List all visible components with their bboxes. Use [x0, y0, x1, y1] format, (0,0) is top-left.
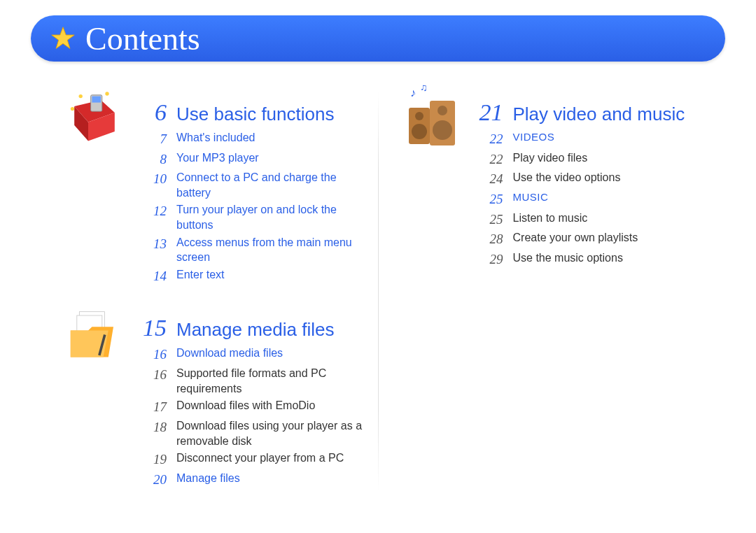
entry-text: Manage files — [176, 471, 364, 486]
svg-point-16 — [412, 124, 427, 139]
section-page-number: 6 — [136, 99, 167, 126]
entry-page: 10 — [136, 170, 167, 188]
entry-page: 18 — [136, 418, 167, 436]
right-column: ♪ ♫ 21 Play video and music 22 VID — [379, 84, 715, 505]
toc-entry[interactable]: 29 Use the music options — [472, 250, 701, 269]
entry-page: 17 — [136, 398, 167, 416]
entry-text: Play video files — [513, 150, 701, 166]
toc-entry[interactable]: 10 Connect to a PC and charge the batter… — [136, 170, 364, 200]
toc-entry[interactable]: 24 Use the video options — [472, 170, 701, 188]
toc-subheading[interactable]: 22 VIDEOS — [472, 130, 701, 148]
toc-entry[interactable]: 13 Access menus from the main menu scree… — [136, 235, 364, 265]
entry-text: Use the music options — [513, 250, 701, 266]
toc-entry[interactable]: 7 What's included — [136, 130, 364, 148]
toc-entry[interactable]: 8 Your MP3 player — [136, 150, 364, 169]
gift-box-icon — [56, 84, 133, 154]
header-bar: Contents — [31, 15, 725, 62]
svg-point-19 — [433, 120, 452, 140]
star-icon — [49, 24, 77, 52]
svg-point-15 — [415, 112, 424, 120]
entry-page: 22 — [472, 130, 503, 148]
toc-entry[interactable]: 17 Download files with EmoDio — [136, 398, 364, 416]
toc-entry[interactable]: 18 Download files using your player as a… — [136, 418, 364, 448]
entry-text: Disconnect your player from a PC — [176, 450, 364, 466]
section-body: 6 Use basic functions 7 What's included … — [133, 84, 364, 287]
section-title: Manage media files — [176, 319, 334, 341]
speakers-music-icon: ♪ ♫ — [393, 84, 470, 154]
toc-entry[interactable]: 25 Listen to music — [472, 211, 701, 229]
section-body: 15 Manage media files 16 Download media … — [133, 299, 364, 490]
entry-page: 22 — [472, 150, 503, 169]
entry-text: VIDEOS — [513, 130, 701, 144]
toc-entry[interactable]: 20 Manage files — [136, 471, 364, 489]
toc-entry[interactable]: 22 Play video files — [472, 150, 701, 169]
entry-text: Download files with EmoDio — [176, 398, 364, 413]
toc-entry[interactable]: 16 Download media files — [136, 346, 364, 364]
entry-page: 25 — [472, 211, 503, 229]
entry-text: Turn your player on and lock the buttons — [176, 202, 364, 232]
entry-text: Access menus from the main menu screen — [176, 235, 364, 265]
section-manage-media-files: 15 Manage media files 16 Download media … — [56, 299, 364, 490]
entry-page: 13 — [136, 235, 167, 253]
entry-page: 25 — [472, 190, 503, 208]
entry-page: 16 — [136, 346, 167, 364]
entry-text: Create your own playlists — [513, 230, 701, 246]
section-use-basic-functions: 6 Use basic functions 7 What's included … — [56, 84, 364, 287]
entry-text: Enter text — [176, 267, 364, 283]
svg-marker-0 — [52, 27, 74, 49]
toc-subheading[interactable]: 25 MUSIC — [472, 190, 701, 208]
entry-page: 28 — [472, 230, 503, 248]
entry-text: Download files using your player as a re… — [176, 418, 364, 448]
entry-text: Connect to a PC and charge the battery — [176, 170, 364, 200]
entry-page: 19 — [136, 450, 167, 469]
entry-page: 14 — [136, 267, 167, 285]
toc-entry[interactable]: 19 Disconnect your player from a PC — [136, 450, 364, 469]
entry-text: Download media files — [176, 346, 364, 361]
svg-rect-5 — [92, 97, 101, 103]
entry-text: Use the video options — [513, 170, 701, 185]
entry-page: 12 — [136, 202, 167, 220]
entry-text: Listen to music — [513, 211, 701, 226]
entry-page: 8 — [136, 150, 167, 169]
svg-point-18 — [438, 106, 447, 115]
entry-page: 16 — [136, 366, 167, 384]
section-title-row[interactable]: 6 Use basic functions — [136, 99, 364, 126]
entry-text: MUSIC — [513, 190, 701, 204]
entry-page: 24 — [472, 170, 503, 188]
entry-text: Supported file formats and PC requiremen… — [176, 366, 364, 396]
toc-entry[interactable]: 16 Supported file formats and PC require… — [136, 366, 364, 396]
section-title: Play video and music — [513, 104, 685, 125]
svg-text:♫: ♫ — [420, 84, 428, 93]
svg-text:♪: ♪ — [410, 87, 416, 99]
section-title-row[interactable]: 21 Play video and music — [472, 99, 701, 126]
left-column: 6 Use basic functions 7 What's included … — [42, 84, 378, 505]
svg-point-6 — [79, 94, 83, 98]
entry-page: 7 — [136, 130, 167, 148]
section-page-number: 21 — [472, 99, 503, 126]
section-title: Use basic functions — [176, 104, 334, 125]
section-body: 21 Play video and music 22 VIDEOS 22 Pla… — [470, 84, 701, 270]
entry-text: What's included — [176, 130, 364, 145]
entry-text: Your MP3 player — [176, 150, 364, 166]
entry-page: 29 — [472, 250, 503, 269]
page-title: Contents — [85, 20, 200, 57]
content-columns: 6 Use basic functions 7 What's included … — [42, 84, 714, 505]
toc-entry[interactable]: 12 Turn your player on and lock the butt… — [136, 202, 364, 232]
folder-files-icon — [56, 299, 133, 369]
svg-point-8 — [71, 107, 74, 111]
entry-page: 20 — [136, 471, 167, 489]
toc-entry[interactable]: 14 Enter text — [136, 267, 364, 285]
section-play-video-music: ♪ ♫ 21 Play video and music 22 VID — [393, 84, 701, 270]
toc-entry[interactable]: 28 Create your own playlists — [472, 230, 701, 248]
svg-point-7 — [105, 92, 108, 95]
section-title-row[interactable]: 15 Manage media files — [136, 315, 364, 341]
section-page-number: 15 — [136, 315, 167, 341]
